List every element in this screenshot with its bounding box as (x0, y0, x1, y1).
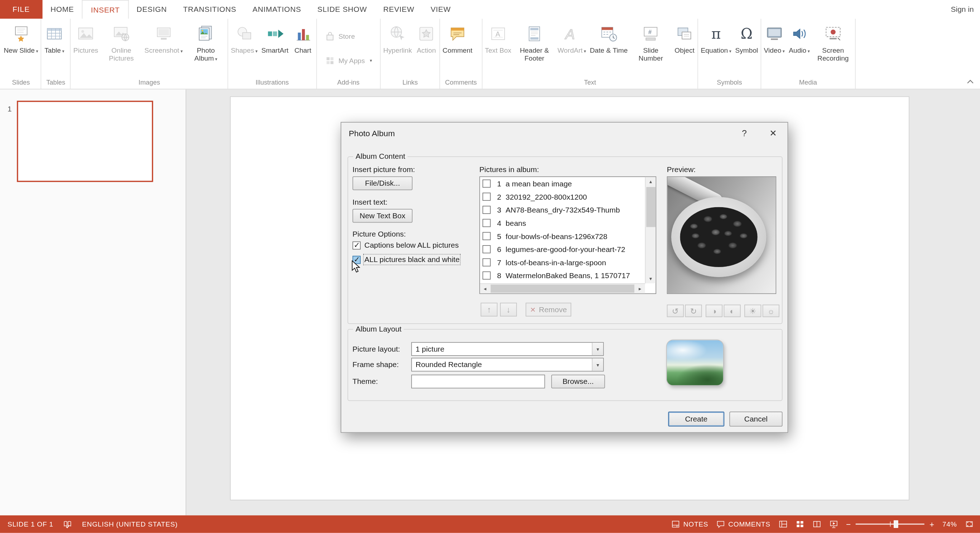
pictures-listbox[interactable]: 1a mean bean image 2320192_2200-800x1200… (479, 176, 656, 294)
help-icon[interactable]: ? (730, 123, 759, 144)
remove-picture-button[interactable]: ✕ Remove (525, 303, 571, 316)
picture-row[interactable]: 7lots-of-beans-in-a-large-spoon (480, 256, 645, 269)
vertical-scrollbar[interactable]: ▲ ▼ (645, 177, 656, 284)
vertical-scroll-thumb[interactable] (646, 187, 655, 227)
file-disk-button[interactable]: File/Disk... (352, 176, 413, 190)
picture-row[interactable]: 5four-bowls-of-beans-1296x728 (480, 230, 645, 243)
tab-view[interactable]: VIEW (422, 0, 459, 19)
header-footer-button[interactable]: Header & Footer (513, 19, 556, 77)
picture-checkbox[interactable] (482, 206, 491, 214)
fit-slide-button[interactable] (965, 520, 974, 528)
picture-checkbox[interactable] (482, 245, 491, 254)
language-indicator[interactable]: ENGLISH (UNITED STATES) (82, 520, 178, 528)
shapes-button[interactable]: Shapes▾ (229, 19, 259, 77)
scroll-down-icon[interactable]: ▼ (646, 274, 655, 283)
picture-checkbox[interactable] (482, 232, 491, 240)
new-text-box-button[interactable]: New Text Box (352, 209, 413, 223)
move-picture-down-button[interactable]: ↓ (500, 303, 517, 316)
slide-thumbnail[interactable] (17, 101, 153, 182)
create-button[interactable]: Create (668, 412, 724, 426)
zoom-slider[interactable] (856, 523, 924, 524)
cancel-button[interactable]: Cancel (729, 412, 782, 426)
smartart-button[interactable]: SmartArt (259, 19, 290, 77)
slide-sorter-view-button[interactable] (795, 520, 804, 528)
horizontal-scrollbar[interactable]: ◄ ► (480, 283, 645, 293)
zoom-slider-thumb[interactable] (894, 520, 898, 528)
checkbox-checked-icon[interactable] (352, 241, 361, 249)
zoom-in-button[interactable]: + (929, 520, 934, 528)
slide-show-button[interactable] (829, 520, 838, 528)
pictures-button[interactable]: Pictures (72, 19, 100, 77)
theme-input[interactable] (411, 375, 545, 388)
rotate-left-button[interactable]: ↺ (667, 305, 684, 317)
move-picture-up-button[interactable]: ↑ (481, 303, 498, 316)
normal-view-button[interactable] (778, 520, 787, 528)
hyperlink-button[interactable]: Hyperlink (382, 19, 414, 77)
contrast-up-button[interactable]: ◑ (706, 305, 722, 317)
scroll-left-icon[interactable]: ◄ (480, 284, 490, 293)
close-icon[interactable]: ✕ (759, 123, 787, 144)
table-button[interactable]: Table▾ (42, 19, 67, 77)
tab-transitions[interactable]: TRANSITIONS (175, 0, 245, 19)
scroll-up-icon[interactable]: ▲ (646, 177, 655, 187)
chevron-down-icon[interactable]: ▼ (592, 343, 603, 355)
slide-number-button[interactable]: # Slide Number (630, 19, 672, 77)
picture-layout-select[interactable]: 1 picture ▼ (411, 342, 603, 356)
picture-checkbox[interactable] (482, 259, 491, 266)
tab-insert[interactable]: INSERT (82, 0, 128, 19)
black-and-white-checkbox[interactable]: ALL pictures black and white (352, 255, 460, 264)
contrast-down-button[interactable]: ◐ (724, 305, 741, 317)
chart-button[interactable]: Chart (291, 19, 315, 77)
zoom-out-button[interactable]: − (846, 520, 851, 528)
rotate-right-button[interactable]: ↻ (685, 305, 702, 317)
tab-slide-show[interactable]: SLIDE SHOW (309, 0, 375, 19)
brightness-down-button[interactable]: ☼ (762, 305, 780, 317)
equation-button[interactable]: π Equation▾ (699, 19, 733, 77)
date-time-button[interactable]: Date & Time (588, 19, 629, 77)
picture-checkbox[interactable] (482, 219, 491, 227)
comments-toggle[interactable]: COMMENTS (716, 520, 770, 528)
slide-indicator[interactable]: SLIDE 1 OF 1 (8, 520, 53, 528)
tab-file[interactable]: FILE (0, 0, 42, 19)
dialog-title-bar[interactable]: Photo Album ? ✕ (341, 123, 788, 144)
picture-checkbox[interactable] (482, 271, 491, 279)
picture-row[interactable]: 8WatermelonBaked Beans, 1 1570717 (480, 269, 645, 282)
object-button[interactable]: Object (672, 19, 697, 77)
picture-checkbox[interactable] (482, 193, 491, 201)
brightness-up-button[interactable]: ☀ (744, 305, 761, 317)
store-button[interactable]: Store (320, 29, 377, 44)
captions-checkbox[interactable]: Captions below ALL pictures (352, 241, 459, 249)
picture-row[interactable]: 4beans (480, 217, 645, 230)
checkbox-checked-icon[interactable] (352, 255, 361, 264)
scroll-right-icon[interactable]: ► (635, 284, 645, 293)
video-button[interactable]: Video▾ (762, 19, 787, 77)
notes-toggle[interactable]: NOTES (671, 520, 708, 528)
tab-review[interactable]: REVIEW (375, 0, 422, 19)
photo-album-button[interactable]: Photo Album▾ (185, 19, 227, 77)
picture-row[interactable]: 3AN78-Beans_dry-732x549-Thumb (480, 203, 645, 217)
audio-button[interactable]: Audio▾ (787, 19, 812, 77)
comment-button[interactable]: Comment (441, 19, 474, 77)
text-box-button[interactable]: A Text Box (483, 19, 513, 77)
tab-home[interactable]: HOME (42, 0, 82, 19)
tab-design[interactable]: DESIGN (129, 0, 175, 19)
chevron-down-icon[interactable]: ▼ (592, 358, 603, 371)
wordart-button[interactable]: A WordArt▾ (555, 19, 588, 77)
online-pictures-button[interactable]: Online Pictures (100, 19, 143, 77)
frame-shape-select[interactable]: Rounded Rectangle ▼ (411, 358, 603, 371)
browse-button[interactable]: Browse... (551, 375, 605, 388)
zoom-level[interactable]: 74% (942, 520, 957, 528)
screen-recording-button[interactable]: Screen Recording (811, 19, 854, 77)
tab-animations[interactable]: ANIMATIONS (244, 0, 309, 19)
sign-in-link[interactable]: Sign in (945, 0, 980, 19)
new-slide-button[interactable]: New Slide▾ (2, 19, 40, 77)
picture-row[interactable]: 6legumes-are-good-for-your-heart-72 (480, 243, 645, 256)
spell-check-button[interactable] (64, 520, 72, 528)
collapse-ribbon-icon[interactable] (967, 77, 974, 86)
symbol-button[interactable]: Ω Symbol (733, 19, 760, 77)
picture-checkbox[interactable] (482, 180, 491, 188)
screenshot-button[interactable]: Screenshot▾ (143, 19, 185, 77)
action-button[interactable]: Action (414, 19, 439, 77)
picture-row[interactable]: 1a mean bean image (480, 177, 645, 190)
my-apps-button[interactable]: My Apps ▾ (320, 53, 377, 68)
